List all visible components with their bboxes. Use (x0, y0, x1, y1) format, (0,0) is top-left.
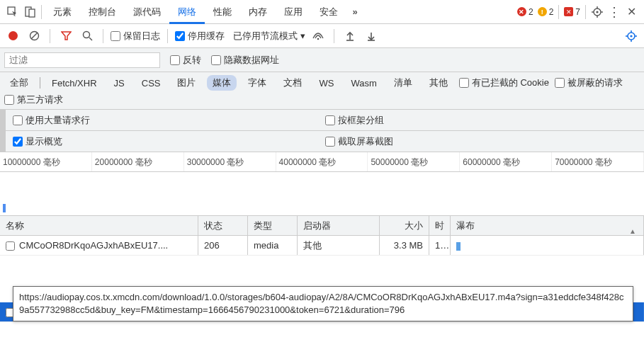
filter-bar: 反转 隐藏数据网址 (0, 48, 644, 72)
filter-input[interactable] (4, 52, 160, 68)
clear-button[interactable] (26, 28, 43, 45)
tab-application[interactable]: 应用 (276, 0, 311, 24)
tab-console[interactable]: 控制台 (80, 0, 125, 24)
svg-point-19 (630, 35, 632, 37)
timeline-tick: 50000000 毫秒 (368, 152, 460, 171)
chip-media[interactable]: 媒体 (207, 75, 237, 91)
disable-cache-label: 停用缓存 (188, 30, 225, 42)
error-count-badge[interactable]: ✕2 (517, 7, 533, 17)
chip-js[interactable]: JS (108, 76, 130, 90)
svg-rect-2 (29, 9, 35, 17)
separator (40, 77, 40, 89)
row-checkbox[interactable] (6, 241, 15, 251)
scroll-gutter[interactable] (0, 110, 6, 152)
show-overview-label: 显示概览 (26, 135, 62, 148)
timeline-tick: 20000000 毫秒 (92, 152, 184, 171)
show-overview-checkbox[interactable]: 显示概览 (13, 135, 62, 148)
url-tooltip: https://audiopay.cos.tx.xmcdn.com/downlo… (13, 286, 633, 321)
chip-manifest[interactable]: 清单 (388, 75, 418, 91)
svg-point-4 (596, 11, 598, 13)
chip-fetch[interactable]: Fetch/XHR (46, 76, 103, 90)
third-party-label: 第三方请求 (17, 93, 63, 106)
record-button[interactable] (4, 28, 21, 45)
filter-icon[interactable] (57, 28, 74, 45)
network-conditions-icon[interactable] (310, 28, 327, 45)
separator (167, 29, 168, 43)
chip-img[interactable]: 图片 (171, 75, 201, 91)
more-tabs-icon[interactable]: » (346, 4, 363, 21)
network-settings-icon[interactable] (623, 28, 640, 45)
request-table-header: 名称 状态 类型 启动器 大小 时 瀑布▲ (0, 216, 644, 236)
blocked-requests-checkbox[interactable]: 被屏蔽的请求 (555, 76, 623, 89)
tab-sources[interactable]: 源代码 (125, 0, 169, 24)
chip-doc[interactable]: 文档 (278, 75, 307, 91)
hide-data-urls-checkbox[interactable]: 隐藏数据网址 (211, 54, 279, 67)
chip-font[interactable]: 字体 (242, 75, 272, 91)
col-initiator[interactable]: 启动器 (298, 216, 380, 235)
chip-ws[interactable]: WS (313, 76, 339, 90)
timeline-marker (3, 204, 6, 212)
chip-css[interactable]: CSS (136, 76, 166, 90)
col-size[interactable]: 大小 (380, 216, 429, 235)
cell-status: 206 (198, 236, 248, 255)
invert-checkbox[interactable]: 反转 (170, 54, 201, 67)
blocked-requests-label: 被屏蔽的请求 (567, 76, 623, 89)
chip-wasm[interactable]: Wasm (345, 76, 382, 90)
timeline-overview[interactable] (0, 172, 644, 216)
tab-memory[interactable]: 内存 (240, 0, 276, 24)
group-by-frame-label: 按框架分组 (338, 114, 384, 127)
cell-time: 1... (429, 236, 451, 255)
screenshots-label: 截取屏幕截图 (338, 135, 393, 148)
separator (585, 5, 586, 19)
large-rows-checkbox[interactable]: 使用大量请求行 (13, 114, 90, 127)
inspect-element-icon[interactable] (4, 4, 21, 21)
settings-icon[interactable] (589, 4, 606, 21)
device-toolbar-icon[interactable] (21, 4, 38, 21)
timeline-ruler[interactable]: 10000000 毫秒 20000000 毫秒 30000000 毫秒 4000… (0, 152, 644, 172)
chip-other[interactable]: 其他 (424, 75, 453, 91)
group-by-frame-checkbox[interactable]: 按框架分组 (325, 114, 384, 127)
issue-count-value: 7 (575, 7, 580, 17)
timeline-tick: 30000000 毫秒 (184, 152, 276, 171)
svg-point-11 (83, 32, 89, 38)
col-waterfall[interactable]: 瀑布▲ (451, 216, 644, 235)
col-time[interactable]: 时 (429, 216, 451, 235)
warning-count-value: 2 (549, 7, 554, 17)
table-row[interactable]: CMCoOR8DrKqoAGJxhABxEU17.... 206 media 其… (0, 236, 644, 256)
chevron-down-icon: ▾ (300, 30, 305, 41)
chip-all[interactable]: 全部 (4, 75, 34, 91)
warning-count-badge[interactable]: !2 (538, 7, 554, 17)
timeline-tick: 40000000 毫秒 (276, 152, 368, 171)
issue-count-badge[interactable]: ✕7 (564, 7, 580, 17)
network-toolbar: 保留日志 停用缓存 已停用节流模式 ▾ (0, 24, 644, 48)
preserve-log-checkbox[interactable]: 保留日志 (111, 30, 160, 42)
tab-network[interactable]: 网络 (169, 0, 205, 24)
close-devtools-icon[interactable]: ✕ (623, 4, 640, 21)
kebab-menu-icon[interactable]: ⋮ (606, 4, 623, 21)
tab-elements[interactable]: 元素 (45, 0, 80, 24)
third-party-checkbox[interactable]: 第三方请求 (4, 93, 640, 106)
svg-line-10 (31, 33, 38, 39)
col-type[interactable]: 类型 (248, 216, 298, 235)
throttle-mode-select[interactable]: 已停用节流模式 ▾ (233, 30, 305, 42)
separator (334, 29, 334, 43)
separator (50, 29, 50, 43)
search-icon[interactable] (79, 28, 96, 45)
import-har-icon[interactable] (341, 28, 358, 45)
cell-waterfall (451, 236, 644, 255)
tab-performance[interactable]: 性能 (205, 0, 240, 24)
blocked-cookies-checkbox[interactable]: 有已拦截的 Cookie (459, 76, 549, 89)
blocked-cookies-label: 有已拦截的 Cookie (472, 76, 549, 89)
col-name[interactable]: 名称 (0, 216, 198, 235)
disable-cache-checkbox[interactable]: 停用缓存 (175, 30, 225, 42)
timeline-tick: 60000000 毫秒 (460, 152, 552, 171)
large-rows-label: 使用大量请求行 (26, 114, 90, 127)
tab-security[interactable]: 安全 (311, 0, 346, 24)
cell-type: media (248, 236, 298, 255)
col-status[interactable]: 状态 (198, 216, 248, 235)
timeline-tick: 70000000 毫秒 (552, 152, 644, 171)
export-har-icon[interactable] (363, 28, 380, 45)
timeline-tick: 10000000 毫秒 (0, 152, 92, 171)
invert-label: 反转 (183, 54, 201, 67)
screenshots-checkbox[interactable]: 截取屏幕截图 (325, 135, 393, 148)
